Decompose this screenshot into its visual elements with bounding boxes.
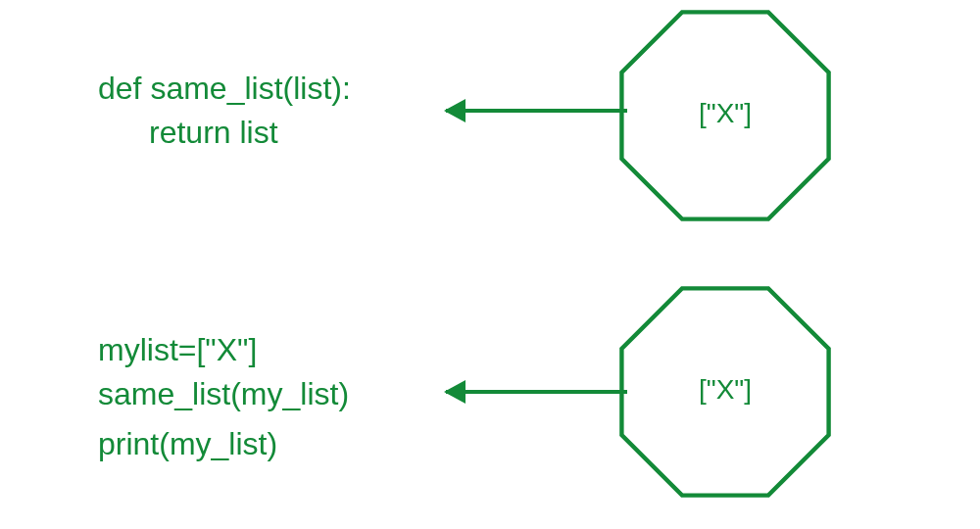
arrow-head-icon	[444, 380, 466, 404]
code-line: print(my_list)	[98, 422, 349, 466]
object-octagon-bottom: ["X"]	[617, 284, 833, 500]
object-label: ["X"]	[699, 98, 752, 129]
arrow-top	[446, 109, 627, 113]
arrow-bottom	[446, 390, 627, 394]
object-label: ["X"]	[699, 374, 752, 406]
code-line: return list	[149, 111, 351, 155]
arrow-head-icon	[444, 99, 466, 122]
code-line: def same_list(list):	[98, 67, 351, 111]
code-line: mylist=["X"]	[98, 328, 349, 372]
function-definition-code: def same_list(list): return list	[98, 67, 351, 155]
object-octagon-top: ["X"]	[617, 8, 833, 223]
diagram-root: def same_list(list): return list mylist=…	[0, 0, 980, 529]
code-line: same_list(my_list)	[98, 372, 349, 416]
usage-code: mylist=["X"] same_list(my_list) print(my…	[98, 328, 349, 465]
